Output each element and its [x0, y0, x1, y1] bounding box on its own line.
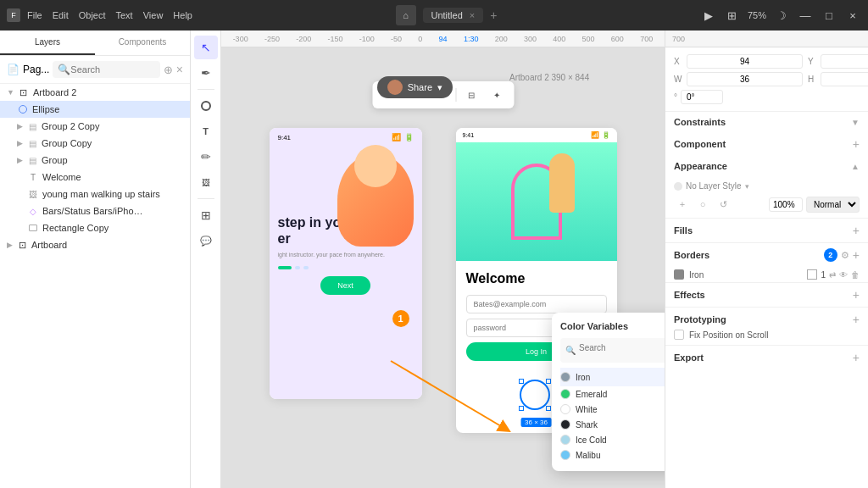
- x-input[interactable]: [687, 54, 803, 69]
- fix-position-checkbox[interactable]: [674, 330, 684, 340]
- sidebar-tab-layers[interactable]: Layers: [0, 30, 95, 55]
- menu-object[interactable]: Object: [79, 10, 106, 20]
- tab-close[interactable]: ×: [470, 10, 475, 20]
- constraints-section[interactable]: Constraints ▼: [665, 112, 868, 132]
- star-tool-btn[interactable]: ✦: [487, 85, 507, 105]
- image-tool[interactable]: 🖼: [194, 170, 218, 194]
- appearance-header[interactable]: Appearance ▲: [665, 156, 868, 176]
- proto-header[interactable]: Prototyping +: [674, 313, 860, 326]
- export-add[interactable]: +: [853, 351, 860, 364]
- vector-tool[interactable]: ✒: [194, 61, 218, 85]
- style-dropdown[interactable]: ▾: [745, 182, 749, 191]
- fills-add[interactable]: +: [853, 224, 860, 237]
- sidebar-tab-components[interactable]: Components: [95, 30, 190, 55]
- layer-artboard2[interactable]: ▼ ⊡ Artboard 2: [0, 84, 190, 101]
- new-tab-button[interactable]: +: [490, 8, 497, 22]
- constraints-chevron[interactable]: ▼: [851, 118, 860, 127]
- layer-ellipse[interactable]: Ellipse: [0, 101, 190, 118]
- email-input[interactable]: [466, 295, 607, 313]
- layer-group2copy[interactable]: ▶ ▤ Group 2 Copy: [0, 118, 190, 135]
- y-input[interactable]: [821, 54, 868, 69]
- layer-rect[interactable]: Rectangle Copy: [0, 219, 190, 236]
- minimize-button[interactable]: —: [797, 7, 814, 24]
- share-button[interactable]: Share ▾: [377, 76, 453, 98]
- menu-text[interactable]: Text: [116, 10, 133, 20]
- color-emerald[interactable]: Emerald ⚙: [560, 386, 665, 402]
- artboard1[interactable]: 9:41 📶 🔋 s: [270, 128, 422, 399]
- rotation-input[interactable]: [681, 90, 723, 104]
- select-tool[interactable]: ↖: [194, 36, 218, 59]
- border-link-icon[interactable]: ⇄: [829, 270, 836, 280]
- text-tool[interactable]: T: [194, 119, 218, 143]
- layers-settings-icon[interactable]: ⊕: [164, 64, 173, 76]
- next-button[interactable]: Next: [320, 276, 370, 295]
- component-add[interactable]: +: [853, 137, 860, 151]
- color-left: Emerald: [560, 389, 607, 399]
- add-style-icon[interactable]: +: [674, 196, 691, 213]
- pen-tool[interactable]: ✏: [194, 145, 218, 169]
- layer-artboard[interactable]: ▶ ⊡ Artboard: [0, 236, 190, 253]
- layers-close-icon[interactable]: ×: [176, 63, 183, 76]
- grid-icon[interactable]: ⊞: [724, 7, 741, 24]
- canvas-content[interactable]: ✏ T ▼ ⊟ ✦ Artboard 2 390 × 844 Share ▾: [221, 47, 665, 488]
- layer-image[interactable]: 🖼 young man walking up stairs: [0, 186, 190, 202]
- remove-style-icon[interactable]: ○: [694, 196, 711, 213]
- resize-handle-br[interactable]: [546, 406, 551, 411]
- effects-add[interactable]: +: [853, 288, 860, 302]
- ellipse-shape[interactable]: [520, 380, 550, 410]
- xy-row: X Y ⊸ ⋯: [674, 54, 860, 69]
- fix-position-label: Fix Position on Scroll: [689, 330, 768, 340]
- layer-groupcopy[interactable]: ▶ ▤ Group Copy: [0, 135, 190, 152]
- document-tab[interactable]: Untitled ×: [423, 8, 484, 23]
- close-button[interactable]: ×: [844, 7, 861, 24]
- border-visible-icon[interactable]: 👁: [839, 270, 848, 280]
- layer-group[interactable]: ▶ ▤ Group: [0, 152, 190, 169]
- resize-handle-tl[interactable]: [519, 379, 524, 384]
- play-icon[interactable]: ▶: [700, 7, 717, 24]
- border-color-swatch[interactable]: [674, 269, 684, 280]
- rect-layer-icon: [27, 222, 39, 234]
- tool-divider2: [198, 198, 214, 199]
- color-search-box[interactable]: 🔍: [560, 338, 665, 363]
- blend-mode-select[interactable]: Normal: [806, 197, 860, 213]
- resize-handle-tr[interactable]: [546, 379, 551, 384]
- color-malibu[interactable]: Malibu ⚙: [560, 447, 665, 463]
- layer-welcome[interactable]: T Welcome: [0, 169, 190, 186]
- circle-tool[interactable]: [194, 94, 218, 118]
- align-tool-btn[interactable]: ⊟: [461, 85, 481, 105]
- borders-settings-icon[interactable]: ⚙: [841, 250, 849, 261]
- border-style-icon[interactable]: [807, 269, 817, 280]
- color-iron[interactable]: Iron 3 ⚙: [560, 368, 665, 386]
- color-shark[interactable]: Shark ⚙: [560, 417, 665, 432]
- refresh-style-icon[interactable]: ↺: [715, 196, 732, 213]
- proto-add[interactable]: +: [853, 313, 860, 326]
- layer-component[interactable]: ◇ Bars/Status Bars/iPhone/Lig...: [0, 202, 190, 219]
- border-delete-icon[interactable]: 🗑: [851, 270, 860, 280]
- resize-handle-bl[interactable]: [519, 406, 524, 411]
- comment-tool[interactable]: 💬: [194, 229, 218, 252]
- borders-add[interactable]: +: [853, 248, 860, 262]
- w-input[interactable]: [687, 72, 803, 86]
- component-section[interactable]: Component +: [665, 132, 868, 156]
- menu-view[interactable]: View: [143, 10, 164, 20]
- color-ice-cold[interactable]: Ice Cold ⚙: [560, 432, 665, 447]
- menu-file[interactable]: File: [27, 10, 42, 20]
- search-box[interactable]: 🔍: [53, 61, 159, 78]
- menu-edit[interactable]: Edit: [53, 10, 69, 20]
- maximize-button[interactable]: □: [821, 7, 837, 24]
- search-input[interactable]: [70, 64, 154, 75]
- home-button[interactable]: ⌂: [396, 5, 416, 25]
- share-label: Share: [408, 82, 432, 92]
- menu-help[interactable]: Help: [173, 10, 192, 20]
- appearance-chevron[interactable]: ▲: [851, 162, 860, 171]
- page-label[interactable]: Pag...: [23, 64, 49, 75]
- theme-toggle[interactable]: ☽: [773, 7, 790, 24]
- zoom-level[interactable]: 75%: [748, 10, 766, 20]
- y-label: Y: [808, 57, 818, 66]
- h-input[interactable]: [821, 72, 868, 86]
- canvas-area[interactable]: -300 -250 -200 -150 -100 -50 0 94 1:30 2…: [221, 30, 665, 488]
- opacity-input[interactable]: [769, 197, 803, 212]
- grid-tool[interactable]: ⊞: [194, 203, 218, 227]
- color-search-input[interactable]: [576, 341, 665, 355]
- color-white[interactable]: White ⚙: [560, 402, 665, 417]
